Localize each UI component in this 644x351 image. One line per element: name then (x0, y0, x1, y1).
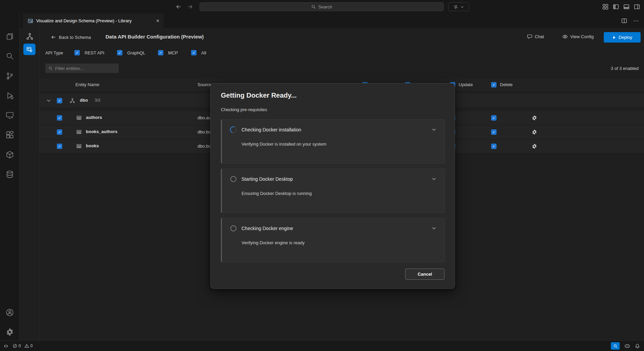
zoom-status-item[interactable] (611, 342, 620, 350)
row-select-checkbox[interactable] (57, 144, 62, 149)
chat-bubble-icon (527, 34, 532, 39)
entity-name: books (86, 143, 99, 148)
rest-api-label: REST API (85, 50, 104, 55)
extensions-icon[interactable] (6, 131, 14, 139)
more-actions-icon[interactable]: ⋯ (633, 18, 639, 24)
play-icon (612, 35, 616, 40)
explorer-icon[interactable] (6, 32, 14, 41)
docker-ready-dialog: Getting Docker Ready... Checking pre-req… (210, 83, 455, 289)
error-circle-slash-icon (13, 344, 17, 348)
nav-forward-icon[interactable] (187, 3, 193, 10)
rest-api-checkbox[interactable] (74, 50, 80, 55)
arrow-left-icon (51, 34, 56, 40)
database-projects-icon[interactable] (6, 170, 14, 178)
chevron-down-icon[interactable] (431, 226, 437, 231)
vscode-window: Search (0, 0, 644, 351)
chevron-down-icon[interactable] (46, 98, 51, 103)
graphql-checkbox[interactable] (117, 50, 122, 55)
view-config-label: View Config (570, 34, 594, 39)
remote-indicator[interactable] (3, 344, 8, 349)
dab-config-tool-selected[interactable] (23, 44, 36, 55)
view-config-button[interactable]: View Config (562, 34, 594, 40)
filter-entities-field[interactable] (45, 64, 119, 73)
chat-button[interactable]: Chat (527, 34, 544, 39)
toggle-panel-bottom-icon[interactable] (623, 4, 629, 10)
search-icon (48, 66, 53, 71)
table-icon (76, 115, 82, 121)
back-to-schema-link[interactable]: Back to Schema (51, 33, 91, 41)
split-editor-icon[interactable] (621, 18, 627, 24)
row-settings-gear-icon[interactable] (532, 144, 537, 149)
row-settings-gear-icon[interactable] (532, 129, 537, 135)
loading-spinner-icon (229, 125, 238, 134)
chevron-down-icon[interactable] (431, 176, 437, 182)
command-center-search[interactable]: Search (200, 2, 444, 11)
search-icon (311, 4, 316, 9)
tab-close-icon[interactable]: × (156, 18, 159, 24)
api-type-label: API Type (45, 50, 63, 55)
notifications-bell-icon[interactable] (635, 344, 640, 349)
toggle-sidebar-right-icon[interactable] (634, 4, 640, 10)
search-sidebar-icon[interactable] (6, 52, 14, 60)
cancel-button[interactable]: Cancel (405, 269, 444, 280)
delete-checkbox[interactable] (491, 115, 497, 121)
source-control-icon[interactable] (6, 72, 14, 80)
editor-tab-bar: Visualize and Design Schema (Preview) - … (20, 14, 644, 28)
step-title: Checking Docker engine (242, 226, 431, 231)
warning-triangle-icon (24, 344, 29, 348)
chevron-down-icon (460, 5, 464, 9)
step-title: Starting Docker Desktop (242, 176, 431, 182)
step-title: Checking Docker installation (242, 127, 431, 132)
customize-layout-icon[interactable] (602, 4, 608, 10)
row-select-checkbox[interactable] (57, 115, 62, 121)
chevron-down-icon[interactable] (431, 127, 437, 132)
magnifier-icon (613, 344, 618, 348)
back-label: Back to Schema (59, 35, 91, 40)
step-docker-installation: Checking Docker installation Verifying D… (221, 119, 445, 164)
status-bar: 0 0 (0, 340, 644, 351)
error-count: 0 (19, 344, 21, 348)
row-settings-gear-icon[interactable] (532, 115, 537, 121)
session-arrows-icon (453, 4, 458, 9)
toggle-sidebar-left-icon[interactable] (613, 4, 619, 10)
mcp-checkbox[interactable] (158, 50, 163, 55)
copilot-session-button[interactable] (448, 2, 469, 11)
nav-back-icon[interactable] (175, 3, 182, 10)
copilot-status-icon[interactable] (624, 343, 630, 349)
all-checkbox[interactable] (191, 50, 197, 55)
delete-checkbox[interactable] (491, 129, 497, 135)
group-select-checkbox[interactable] (57, 98, 62, 103)
tab-visualize-schema[interactable]: Visualize and Design Schema (Preview) - … (23, 14, 163, 28)
table-icon (76, 129, 82, 135)
step-description: Ensuring Docker Desktop is running (242, 191, 437, 196)
step-header[interactable]: Checking Docker installation (230, 126, 437, 133)
step-description: Verifying Docker engine is ready (242, 240, 437, 245)
step-header[interactable]: Starting Docker Desktop (230, 176, 437, 182)
account-icon[interactable] (6, 308, 14, 317)
step-docker-desktop: Starting Docker Desktop Ensuring Docker … (221, 169, 445, 213)
delete-checkbox[interactable] (491, 144, 497, 149)
problems-indicator[interactable]: 0 0 (13, 344, 32, 348)
group-count: 3/3 (95, 98, 100, 103)
tab-title: Visualize and Design Schema (Preview) - … (36, 18, 153, 23)
run-debug-icon[interactable] (6, 92, 14, 100)
schema-designer-tab-icon (28, 18, 33, 24)
settings-gear-icon[interactable] (6, 328, 14, 336)
remote-window-icon[interactable] (6, 111, 14, 119)
all-label: All (201, 50, 206, 55)
page-title: Data API Builder Configuration (Preview) (106, 34, 204, 40)
group-name: dbo (80, 98, 88, 103)
step-docker-engine: Checking Docker engine Verifying Docker … (221, 218, 445, 262)
filter-entities-input[interactable] (55, 66, 116, 71)
schema-hierarchy-icon (70, 98, 75, 103)
col-entity-name: Entity Name (75, 82, 99, 87)
row-select-checkbox[interactable] (57, 129, 62, 135)
activity-bar (0, 14, 20, 340)
deploy-button[interactable]: Deploy (604, 32, 641, 43)
pending-circle-icon (230, 225, 236, 231)
enabled-summary: 3 of 3 enabled (611, 66, 639, 71)
col-delete-checkbox[interactable] (491, 82, 497, 87)
step-header[interactable]: Checking Docker engine (230, 225, 437, 232)
containers-icon[interactable] (6, 151, 14, 159)
schema-hierarchy-icon[interactable] (26, 33, 33, 40)
